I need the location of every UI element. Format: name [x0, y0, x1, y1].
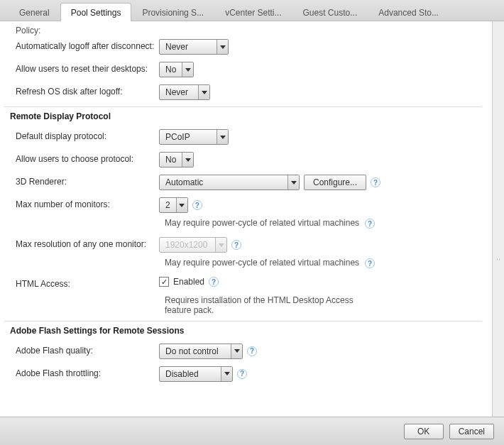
3d-renderer-select[interactable]: Automatic — [159, 175, 300, 190]
default-protocol-label: Default display protocol: — [10, 129, 159, 143]
chevron-down-icon — [217, 40, 228, 54]
tab-provisioning[interactable]: Provisioning S... — [131, 3, 214, 21]
auto-logoff-label: Automatically logoff after disconnect: — [10, 39, 159, 53]
ok-button[interactable]: OK — [404, 424, 444, 439]
tab-advanced-storage[interactable]: Advanced Sto... — [368, 3, 449, 21]
chevron-down-icon — [198, 85, 209, 99]
flash-quality-label: Adobe Flash quality: — [10, 344, 159, 357]
cancel-button[interactable]: Cancel — [449, 424, 494, 439]
help-icon[interactable]: ? — [209, 277, 219, 287]
allow-reset-select[interactable]: No — [159, 62, 194, 77]
chevron-down-icon — [287, 175, 299, 189]
flash-throttle-label: Adobe Flash throttling: — [10, 366, 159, 380]
chevron-down-icon — [231, 344, 242, 358]
chevron-down-icon — [176, 198, 187, 212]
allow-reset-label: Allow users to reset their desktops: — [10, 62, 159, 75]
help-icon[interactable]: ? — [231, 240, 241, 250]
flash-throttle-select[interactable]: Disabled — [159, 366, 233, 382]
remote-display-header: Remote Display Protocol — [10, 107, 476, 126]
help-icon[interactable]: ? — [371, 177, 380, 187]
help-icon[interactable]: ? — [192, 200, 202, 210]
powercycle-note: May require power-cycle of related virtu… — [165, 216, 359, 231]
tab-general[interactable]: General — [9, 3, 60, 21]
html-access-label: HTML Access: — [10, 277, 159, 290]
help-icon[interactable]: ? — [365, 258, 375, 268]
allow-choose-protocol-select[interactable]: No — [159, 152, 194, 167]
max-resolution-select: 1920x1200 — [159, 237, 227, 253]
powercycle-note-2: May require power-cycle of related virtu… — [165, 256, 359, 270]
tab-vcenter-settings[interactable]: vCenter Setti... — [214, 3, 292, 21]
help-icon[interactable]: ? — [365, 219, 375, 229]
resize-grip-icon: ⋮⋮ — [496, 258, 502, 268]
configure-button[interactable]: Configure... — [304, 175, 366, 190]
default-protocol-select[interactable]: PCoIP — [159, 129, 229, 145]
max-monitors-select[interactable]: 2 — [159, 197, 188, 213]
content-scroll[interactable]: Policy: Automatically logoff after disco… — [0, 21, 493, 417]
tab-guest-custo[interactable]: Guest Custo... — [292, 3, 368, 21]
refresh-os-select[interactable]: Never — [159, 84, 210, 100]
html-access-checkbox[interactable]: ✓ — [159, 277, 169, 287]
html-access-note: Requires installation of the HTML Deskto… — [165, 294, 377, 318]
refresh-os-label: Refresh OS disk after logoff: — [10, 84, 159, 98]
tab-bar: General Pool Settings Provisioning S... … — [0, 0, 504, 21]
dialog-footer: OK Cancel — [0, 417, 504, 445]
chevron-down-icon — [221, 367, 232, 381]
help-icon[interactable]: ? — [247, 346, 257, 356]
html-access-enabled-label: Enabled — [173, 277, 204, 287]
scrollbar-track[interactable]: ⋮⋮ — [493, 21, 504, 417]
allow-choose-protocol-label: Allow users to choose protocol: — [10, 152, 159, 165]
auto-logoff-select[interactable]: Never — [159, 39, 229, 55]
flash-quality-select[interactable]: Do not control — [159, 344, 243, 359]
chevron-down-icon — [215, 238, 226, 252]
max-resolution-label: Max resolution of any one monitor: — [10, 237, 159, 251]
chevron-down-icon — [182, 62, 193, 77]
3d-renderer-label: 3D Renderer: — [10, 175, 159, 188]
flash-header: Adobe Flash Settings for Remote Sessions — [10, 322, 476, 340]
chevron-down-icon — [182, 153, 193, 167]
help-icon[interactable]: ? — [237, 369, 247, 379]
policy-label-cut: Policy: — [10, 26, 476, 35]
tab-pool-settings[interactable]: Pool Settings — [60, 3, 132, 21]
chevron-down-icon — [217, 130, 228, 144]
max-monitors-label: Max number of monitors: — [10, 197, 159, 211]
